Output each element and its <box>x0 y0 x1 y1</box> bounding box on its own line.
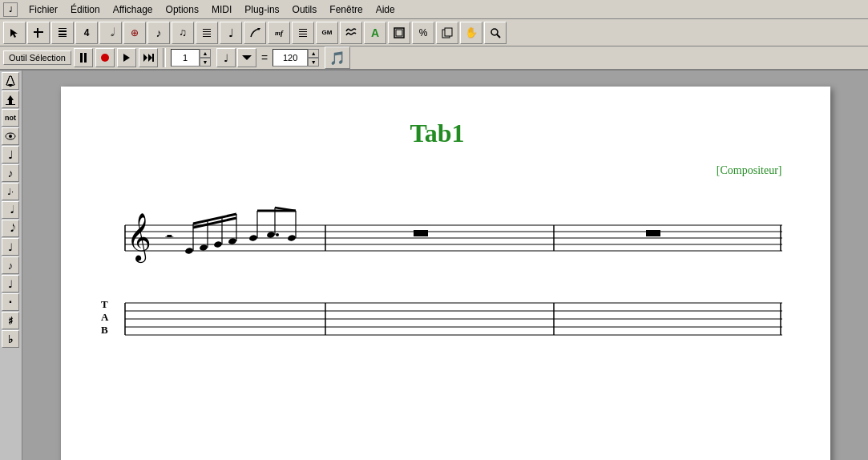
menu-fichier[interactable]: Fichier <box>22 2 64 17</box>
menu-fenetre[interactable]: Fenêtre <box>323 2 369 17</box>
copy-btn[interactable] <box>436 22 458 44</box>
menu-affichage[interactable]: Affichage <box>107 2 159 17</box>
measure-spinner: 1 ▲ ▼ <box>171 49 211 67</box>
svg-point-60 <box>266 231 275 238</box>
svg-text:T: T <box>101 298 108 310</box>
svg-rect-2 <box>37 28 38 38</box>
eye-btn[interactable] <box>2 127 19 145</box>
play-btn[interactable] <box>117 48 136 67</box>
note-type-btn[interactable]: ♩ <box>216 48 236 67</box>
hand-btn[interactable]: ✋ <box>460 22 482 44</box>
eighth-side-btn[interactable]: ♪ <box>2 164 19 182</box>
svg-rect-13 <box>299 31 307 32</box>
svg-rect-22 <box>80 53 83 63</box>
note11-btn[interactable]: ♩ <box>2 275 19 293</box>
svg-text:𝄞: 𝄞 <box>127 213 151 264</box>
svg-text:B: B <box>101 324 108 336</box>
music-staff-svg: 𝄞 𝄼 <box>93 201 782 273</box>
dynamics-btn[interactable] <box>292 22 314 44</box>
music-staff-section: 𝄞 𝄼 <box>93 201 782 276</box>
measure-input[interactable]: 1 <box>171 49 200 67</box>
measure-down-btn[interactable]: ▼ <box>200 58 211 67</box>
svg-point-63 <box>287 234 296 241</box>
tempo-down-btn[interactable]: ▼ <box>308 58 319 67</box>
svg-rect-69 <box>414 230 428 236</box>
menu-aide[interactable]: Aide <box>369 2 402 17</box>
svg-rect-4 <box>59 34 67 35</box>
svg-text:A: A <box>101 311 109 323</box>
measure-up-btn[interactable]: ▲ <box>200 49 211 58</box>
record-btn[interactable] <box>95 48 115 67</box>
svg-line-31 <box>6 76 10 85</box>
svg-point-52 <box>199 244 208 251</box>
menu-edition[interactable]: Édition <box>64 2 107 17</box>
secondary-toolbar: Outil Sélection 1 ▲ ▼ ♩ <box>0 46 868 71</box>
svg-point-58 <box>248 234 257 241</box>
metronome-btn[interactable]: 🎵 <box>325 46 350 69</box>
eighth-note-btn[interactable]: ♪ <box>147 22 170 44</box>
note7-btn[interactable]: 𝅘𝅥 <box>2 201 19 219</box>
app-icon: ♩ <box>3 2 18 17</box>
menu-options[interactable]: Options <box>159 2 205 17</box>
svg-rect-3 <box>59 30 67 32</box>
svg-rect-23 <box>84 53 87 63</box>
frame-btn[interactable] <box>388 22 410 44</box>
note8-btn[interactable]: 𝅘𝅥𝅮 <box>2 220 19 237</box>
sheet-title: Tab1 <box>93 119 782 148</box>
flat-btn[interactable]: ♭ <box>2 330 19 348</box>
menu-plugins[interactable]: Plug-ins <box>238 2 285 17</box>
svg-marker-29 <box>242 55 252 60</box>
bend-btn[interactable] <box>244 22 266 44</box>
note-down-btn[interactable] <box>237 48 256 67</box>
svg-point-54 <box>213 240 222 248</box>
svg-rect-5 <box>59 28 67 29</box>
percent-btn[interactable]: % <box>412 22 434 44</box>
quarter-note-btn[interactable]: ♩ <box>220 22 242 44</box>
note9-btn[interactable]: ♩ <box>2 238 19 256</box>
svg-rect-14 <box>299 34 307 34</box>
tempo-input[interactable]: 120 <box>273 49 308 67</box>
mf-btn[interactable]: mf <box>268 22 290 44</box>
svg-marker-34 <box>7 95 14 100</box>
up-tool-btn[interactable] <box>2 91 19 108</box>
svg-marker-0 <box>10 29 18 38</box>
note10-btn[interactable]: ♪ <box>2 256 19 274</box>
sharp-btn[interactable]: ♯ <box>2 312 19 329</box>
wavy-btn[interactable] <box>340 22 362 44</box>
search-btn[interactable] <box>484 22 507 44</box>
stave-btn[interactable] <box>196 22 218 44</box>
zoom-in-btn[interactable] <box>27 22 50 44</box>
svg-rect-19 <box>445 28 452 36</box>
pause-btn[interactable] <box>74 48 93 67</box>
gm-btn[interactable]: GM <box>316 22 338 44</box>
sheet-area[interactable]: Tab1 [Compositeur] 𝄞 𝄼 <box>22 71 868 460</box>
svg-point-38 <box>9 135 12 138</box>
zoom-out-btn[interactable] <box>51 22 74 44</box>
menu-bar: ♩ Fichier Édition Affichage Options MIDI… <box>0 0 868 19</box>
insert-btn[interactable]: ⊕ <box>123 22 146 44</box>
svg-rect-6 <box>59 36 67 37</box>
svg-rect-28 <box>152 54 154 62</box>
half-note-btn[interactable]: 𝅗𝅥 <box>99 22 122 44</box>
pencil-tool-btn[interactable] <box>2 72 19 90</box>
svg-rect-36 <box>6 104 15 105</box>
menu-outils[interactable]: Outils <box>286 2 324 17</box>
menu-midi[interactable]: MIDI <box>205 2 238 17</box>
tempo-up-btn[interactable]: ▲ <box>308 49 319 58</box>
tab-staff-svg: T A B <box>93 289 782 345</box>
tempo-spinner: 120 ▲ ▼ <box>273 49 319 67</box>
note-sidebar-btn[interactable]: not <box>2 109 19 127</box>
text-btn[interactable]: A <box>364 22 386 44</box>
quarter-side-btn[interactable]: ♩ <box>2 146 19 163</box>
fast-forward-btn[interactable] <box>139 48 158 67</box>
svg-rect-15 <box>299 36 307 37</box>
svg-rect-10 <box>203 36 211 37</box>
current-tool-label: Outil Sélection <box>3 50 71 65</box>
meter-btn[interactable]: 4 <box>75 22 98 44</box>
dotted-side-btn[interactable]: ♩· <box>2 183 19 200</box>
beam-btn[interactable]: ♫ <box>172 22 194 44</box>
svg-point-50 <box>184 247 193 254</box>
dot-btn[interactable]: · <box>2 293 19 311</box>
select-tool-btn[interactable] <box>3 22 26 44</box>
sheet-paper: Tab1 [Compositeur] 𝄞 𝄼 <box>61 87 830 460</box>
